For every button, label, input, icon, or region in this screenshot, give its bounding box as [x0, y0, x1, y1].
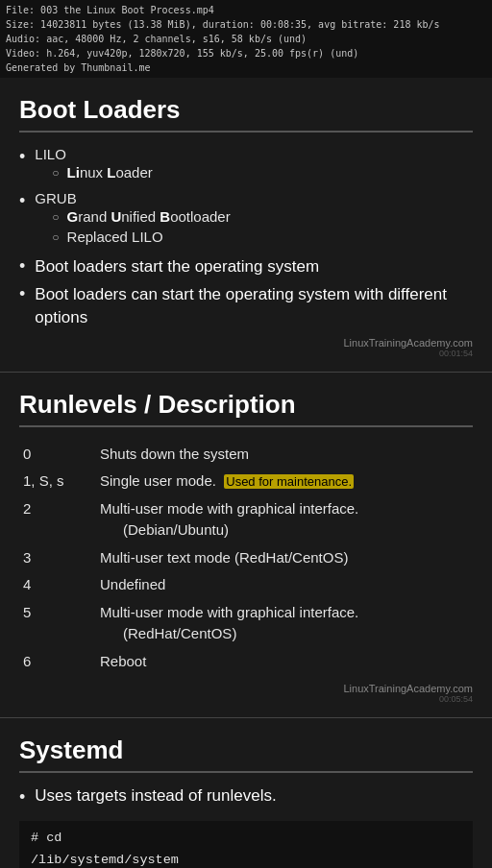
- table-row: 0 Shuts down the system: [19, 441, 473, 469]
- lilo-label: LILO: [35, 146, 66, 162]
- uses-targets-label: Uses targets instead of runlevels.: [35, 786, 276, 806]
- runlevel-3: 3: [19, 544, 96, 572]
- runlevel-2-desc: Multi-user mode with graphical interface…: [96, 495, 473, 544]
- lilo-sub-item: Linux Loader: [67, 164, 153, 181]
- runlevel-4-desc: Undefined: [96, 571, 473, 599]
- lilo-item: LILO ○ Linux Loader: [35, 146, 153, 184]
- bullet-icon: •: [19, 255, 25, 277]
- file-info-line2: Size: 14023811 bytes (13.38 MiB), durati…: [6, 17, 486, 32]
- lilo-sub-list: ○ Linux Loader: [35, 164, 153, 182]
- runlevels-watermark: LinuxTrainingAcademy.com: [19, 683, 473, 694]
- grub-sub-list: ○ Grand Unified Bootloader ○ Replaced LI…: [35, 208, 230, 247]
- systemd-title: Systemd: [19, 735, 473, 773]
- list-item: • GRUB ○ Grand Unified Bootloader ○ Repl…: [19, 190, 473, 249]
- circle-bullet-icon: ○: [52, 229, 59, 247]
- bullet-icon: •: [19, 190, 25, 212]
- file-info-line5: Generated by Thumbnail.me: [6, 60, 486, 75]
- boot-loaders-list: • LILO ○ Linux Loader • GRUB ○ Gra: [19, 146, 473, 329]
- list-item: ○ Linux Loader: [52, 164, 153, 182]
- table-row: 1, S, s Single user mode. Used for maint…: [19, 468, 473, 495]
- grub-label: GRUB: [35, 190, 76, 206]
- runlevel-4: 4: [19, 571, 96, 599]
- circle-bullet-icon: ○: [52, 208, 59, 227]
- runlevel-5: 5: [19, 599, 96, 648]
- list-item: ○ Grand Unified Bootloader: [52, 208, 230, 227]
- list-item: • Boot loaders can start the operating s…: [19, 283, 473, 329]
- file-info-bar: File: 003 the Linux Boot Process.mp4 Siz…: [0, 0, 492, 78]
- file-info-line3: Audio: aac, 48000 Hz, 2 channels, s16, 5…: [6, 32, 486, 46]
- bullet-icon: •: [19, 283, 25, 305]
- runlevels-section: Runlevels / Description 0 Shuts down the…: [0, 373, 492, 719]
- file-info-line4: Video: h.264, yuv420p, 1280x720, 155 kb/…: [6, 46, 486, 60]
- boot-start-label: Boot loaders start the operating system: [35, 255, 319, 278]
- table-row: 5 Multi-user mode with graphical interfa…: [19, 599, 473, 648]
- systemd-section: Systemd • Uses targets instead of runlev…: [0, 718, 492, 868]
- runlevel-1-desc: Single user mode. Used for maintenance.: [96, 468, 473, 495]
- table-row: 4 Undefined: [19, 571, 473, 599]
- boot-loaders-title: Boot Loaders: [19, 95, 473, 133]
- runlevel-3-desc: Multi-user text mode (RedHat/CentOS): [96, 544, 473, 572]
- file-info-line1: File: 003 the Linux Boot Process.mp4: [6, 3, 486, 17]
- runlevel-6-desc: Reboot: [96, 648, 473, 676]
- runlevels-watermark-small: 00:05:54: [19, 694, 473, 704]
- runlevel-6: 6: [19, 648, 96, 676]
- table-row: 6 Reboot: [19, 648, 473, 676]
- boot-loaders-section: Boot Loaders • LILO ○ Linux Loader • GRU…: [0, 78, 492, 373]
- list-item: ○ Replaced LILO: [52, 229, 230, 247]
- table-row: 3 Multi-user text mode (RedHat/CentOS): [19, 544, 473, 572]
- systemd-code-block: # cd /lib/systemd/system # ls -l runleve…: [19, 821, 473, 868]
- table-row: 2 Multi-user mode with graphical interfa…: [19, 495, 473, 544]
- runlevel-0: 0: [19, 441, 96, 469]
- list-item: • LILO ○ Linux Loader: [19, 146, 473, 184]
- uses-targets-item: • Uses targets instead of runlevels.: [19, 786, 473, 808]
- bullet-icon: •: [19, 786, 25, 808]
- boot-options-label: Boot loaders can start the operating sys…: [35, 283, 473, 329]
- runlevel-2: 2: [19, 495, 96, 544]
- bullet-icon: •: [19, 146, 25, 168]
- highlight-badge: Used for maintenance.: [224, 474, 354, 489]
- circle-bullet-icon: ○: [52, 164, 59, 182]
- grub-sub-item1: Grand Unified Bootloader: [67, 208, 231, 225]
- list-item: • Boot loaders start the operating syste…: [19, 255, 473, 278]
- runlevel-1: 1, S, s: [19, 468, 96, 495]
- runlevels-title: Runlevels / Description: [19, 390, 473, 427]
- boot-loaders-watermark: LinuxTrainingAcademy.com: [19, 337, 473, 349]
- grub-sub-item2: Replaced LILO: [67, 229, 163, 245]
- runlevels-table: 0 Shuts down the system 1, S, s Single u…: [19, 441, 473, 676]
- grub-item: GRUB ○ Grand Unified Bootloader ○ Replac…: [35, 190, 230, 249]
- runlevel-0-desc: Shuts down the system: [96, 441, 473, 469]
- runlevel-5-desc: Multi-user mode with graphical interface…: [96, 599, 473, 648]
- boot-loaders-watermark-small: 00:01:54: [19, 349, 473, 358]
